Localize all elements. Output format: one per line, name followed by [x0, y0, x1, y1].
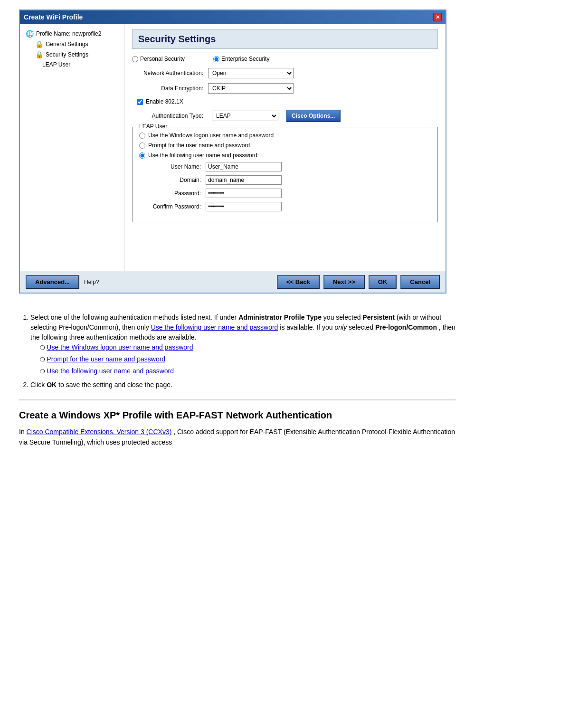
inst1-text2: you selected: [323, 313, 363, 321]
use-following-link[interactable]: Use the following user name and password: [151, 323, 278, 331]
eapfast-section-heading: Create a Windows XP* Profile with EAP-FA…: [19, 410, 456, 421]
password-label: Password:: [149, 190, 206, 197]
dialog-title: Create WiFi Profile: [24, 13, 83, 21]
confirm-password-input[interactable]: [206, 202, 282, 211]
network-auth-label: Network Authentication:: [132, 70, 208, 76]
leap-radio2-label: Prompt for the user name and password: [148, 142, 250, 149]
inst2-text2: to save the setting and close the page.: [58, 381, 172, 389]
enable-8021x-row: Enable 802.1X: [137, 98, 438, 105]
personal-security-option[interactable]: Personal Security: [132, 56, 185, 62]
cancel-button[interactable]: Cancel: [400, 275, 440, 289]
general-settings-icon: 🔒: [35, 40, 43, 48]
sidebar-item-leap-user[interactable]: LEAP User: [40, 60, 120, 69]
personal-security-label: Personal Security: [140, 56, 185, 62]
data-encryption-row: Data Encryption: CKIP: [132, 83, 438, 94]
username-label: User Name:: [149, 163, 206, 170]
sidebar-item-general-settings[interactable]: 🔒 General Settings: [33, 39, 120, 49]
data-encryption-label: Data Encryption:: [132, 85, 208, 92]
inst1-bold3: Pre-logon/Common: [375, 323, 437, 331]
instruction-list: Select one of the following authenticati…: [30, 313, 456, 390]
enterprise-security-label: Enterprise Security: [221, 56, 269, 62]
domain-row: Domain:: [149, 175, 431, 185]
divider: [19, 399, 456, 400]
leap-radio3-label: Use the following user name and password…: [148, 152, 259, 159]
sidebar-security-label: Security Settings: [46, 51, 88, 58]
content-area: Security Settings Personal Security Ente…: [124, 24, 446, 271]
dialog-wrapper: Create WiFi Profile ✕ 🌐 Profile Name: ne…: [0, 0, 588, 303]
instruction-item-2: Click OK to save the setting and close t…: [30, 380, 456, 390]
inst2-text1: Click: [30, 381, 47, 389]
sidebar-item-security-settings[interactable]: 🔒 Security Settings: [33, 49, 120, 60]
inst1-text4: is available. If you: [280, 323, 334, 331]
sublist-item-1: Use the Windows logon user name and pass…: [40, 342, 456, 352]
leap-radio3[interactable]: [139, 152, 145, 159]
domain-input[interactable]: [206, 175, 282, 185]
leap-user-group-label: LEAP User: [137, 123, 169, 130]
inst1-italic1: only: [334, 323, 347, 331]
windows-logon-link[interactable]: Use the Windows logon user name and pass…: [47, 343, 193, 351]
dialog-titlebar: Create WiFi Profile ✕: [20, 10, 446, 24]
ok-button[interactable]: OK: [369, 275, 397, 289]
below-content: Select one of the following authenticati…: [0, 303, 475, 457]
leap-radio2[interactable]: [139, 142, 145, 149]
next-button[interactable]: Next >>: [323, 275, 365, 289]
sidebar-leap-label: LEAP User: [42, 61, 70, 68]
password-row: Password:: [149, 189, 431, 198]
leap-radio3-row: Use the following user name and password…: [139, 152, 431, 159]
auth-type-row: Authentication Type: LEAP Cisco Options.…: [146, 110, 438, 122]
help-link[interactable]: Help?: [84, 279, 99, 285]
cisco-options-button[interactable]: Cisco Options...: [286, 110, 341, 122]
ccxv3-link[interactable]: Cisco Compatible Extensions, Version 3 (…: [27, 428, 172, 436]
profile-icon: 🌐: [26, 30, 34, 38]
sidebar-item-profile-name[interactable]: 🌐 Profile Name: newprofile2: [24, 28, 120, 39]
security-type-row: Personal Security Enterprise Security: [132, 56, 438, 62]
password-input[interactable]: [206, 189, 282, 198]
enable-8021x-checkbox[interactable]: [137, 99, 143, 105]
leap-radio1-label: Use the Windows logon user name and pass…: [148, 132, 274, 139]
security-settings-icon: 🔒: [35, 51, 43, 58]
inst1-text1: Select one of the following authenticati…: [30, 313, 238, 321]
section-title: Security Settings: [132, 29, 438, 49]
username-row: User Name:: [149, 162, 431, 171]
back-button[interactable]: << Back: [277, 275, 320, 289]
instruction-item-1: Select one of the following authenticati…: [30, 313, 456, 376]
sublist-item-3: Use the following user name and password: [40, 366, 456, 376]
advanced-button[interactable]: Advanced...: [26, 275, 79, 289]
body-text-in: In: [19, 428, 27, 436]
footer-right: << Back Next >> OK Cancel: [277, 275, 440, 289]
sublist: Use the Windows logon user name and pass…: [40, 342, 456, 376]
domain-label: Domain:: [149, 177, 206, 183]
prompt-link[interactable]: Prompt for the user name and password: [47, 355, 165, 363]
confirm-password-row: Confirm Password:: [149, 202, 431, 211]
personal-security-radio[interactable]: [132, 56, 138, 62]
inst2-bold1: OK: [47, 381, 57, 389]
enable-8021x-label: Enable 802.1X: [146, 98, 183, 105]
inst1-bold1: Administrator Profile Type: [238, 313, 322, 321]
footer-left: Advanced... Help?: [26, 275, 99, 289]
sidebar-general-label: General Settings: [46, 41, 88, 47]
sidebar: 🌐 Profile Name: newprofile2 🔒 General Se…: [20, 24, 124, 271]
dialog-body: 🌐 Profile Name: newprofile2 🔒 General Se…: [20, 24, 446, 271]
leap-radio2-row: Prompt for the user name and password: [139, 142, 431, 149]
leap-radio1[interactable]: [139, 133, 145, 139]
leap-radio1-row: Use the Windows logon user name and pass…: [139, 132, 431, 139]
username-input[interactable]: [206, 162, 282, 171]
sidebar-profile-label: Profile Name: newprofile2: [36, 30, 101, 37]
leap-user-groupbox: LEAP User Use the Windows logon user nam…: [132, 127, 438, 222]
dialog-footer: Advanced... Help? << Back Next >> OK Can…: [20, 271, 446, 293]
data-encryption-select[interactable]: CKIP: [208, 83, 294, 94]
network-auth-row: Network Authentication: Open: [132, 68, 438, 78]
network-auth-select[interactable]: Open: [208, 68, 294, 78]
inst1-text5: selected: [349, 323, 375, 331]
enterprise-security-option[interactable]: Enterprise Security: [213, 56, 269, 62]
enterprise-security-radio[interactable]: [213, 56, 219, 62]
close-button[interactable]: ✕: [433, 13, 442, 21]
auth-type-label: Authentication Type:: [146, 113, 208, 119]
use-following-link-2[interactable]: Use the following user name and password: [47, 367, 174, 375]
wifi-profile-dialog: Create WiFi Profile ✕ 🌐 Profile Name: ne…: [19, 9, 446, 294]
confirm-password-label: Confirm Password:: [149, 203, 206, 210]
eapfast-body: In Cisco Compatible Extensions, Version …: [19, 427, 456, 448]
auth-type-select[interactable]: LEAP: [212, 111, 278, 121]
sublist-item-2: Prompt for the user name and password: [40, 354, 456, 364]
inst1-bold2: Persistent: [362, 313, 395, 321]
